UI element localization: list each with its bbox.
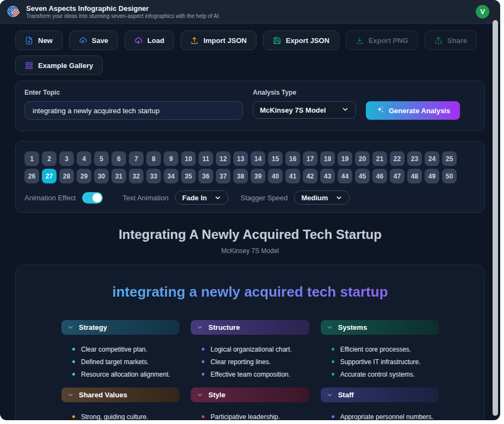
toolbar-button-label: New [38, 36, 53, 45]
slide-number-4[interactable]: 4 [77, 151, 91, 166]
slide-number-6[interactable]: 6 [111, 151, 126, 166]
generate-analysis-button[interactable]: Generate Analysis [366, 101, 460, 120]
toolbar-button-save[interactable]: Save [69, 30, 118, 50]
slide-number-35[interactable]: 35 [181, 169, 196, 183]
toolbar: NewSaveLoadImport JSONExport JSONExport … [0, 24, 500, 75]
section-bullet-item: Strong, guiding culture. [72, 410, 179, 420]
toolbar-button-new[interactable]: New [15, 30, 63, 50]
slide-number-26[interactable]: 26 [24, 169, 39, 183]
analysis-type-select[interactable]: McKinsey 7S Model [253, 101, 356, 119]
slide-number-25[interactable]: 25 [442, 151, 457, 166]
slide-number-1[interactable]: 1 [24, 151, 39, 166]
slide-number-49[interactable]: 49 [425, 169, 439, 183]
toolbar-button-share[interactable]: Share [425, 30, 477, 50]
chevron-down-icon [196, 391, 203, 398]
slide-number-31[interactable]: 31 [111, 169, 126, 183]
section-bullet-item: Efficient core processes. [332, 343, 439, 355]
slide-number-30[interactable]: 30 [94, 169, 109, 183]
slide-number-23[interactable]: 23 [407, 151, 422, 166]
section-bullet-item: Supportive IT infrastructure. [332, 355, 439, 368]
slide-number-15[interactable]: 15 [268, 151, 283, 166]
slide-number-5[interactable]: 5 [94, 151, 109, 166]
section-header-strategy[interactable]: Strategy [61, 320, 179, 335]
bullet-text: Logical organizational chart. [210, 346, 291, 353]
slide-number-18[interactable]: 18 [320, 151, 335, 166]
toolbar-button-label: Example Gallery [38, 62, 93, 70]
slide-number-20[interactable]: 20 [355, 151, 370, 166]
slide-number-46[interactable]: 46 [372, 169, 387, 183]
slide-number-43[interactable]: 43 [320, 169, 335, 183]
animation-controls: Animation Effect Text Animation Fade In … [24, 191, 476, 205]
section-header-staff[interactable]: Staff [321, 388, 439, 402]
slide-number-37[interactable]: 37 [216, 169, 231, 183]
section-title: Systems [338, 323, 367, 331]
slide-number-34[interactable]: 34 [164, 169, 178, 183]
slide-number-10[interactable]: 10 [181, 151, 196, 166]
animation-effect-toggle[interactable] [82, 192, 103, 204]
section-header-systems[interactable]: Systems [321, 320, 439, 335]
slide-number-21[interactable]: 21 [372, 151, 387, 166]
slide-number-28[interactable]: 28 [59, 169, 74, 183]
slide-number-19[interactable]: 19 [338, 151, 352, 166]
section-strategy: Strategy Clear competitive plan. Defined… [61, 320, 179, 380]
slide-number-9[interactable]: 9 [164, 151, 178, 166]
slide-number-8[interactable]: 8 [146, 151, 161, 166]
bullet-dot-icon [72, 373, 75, 376]
slide-number-38[interactable]: 38 [233, 169, 248, 183]
toolbar-button-export-json[interactable]: Export JSON [263, 30, 339, 50]
share-icon [434, 36, 443, 45]
toolbar-button-example-gallery[interactable]: Example Gallery [15, 56, 103, 75]
section-title: Structure [208, 323, 240, 331]
section-title: Strategy [79, 323, 107, 331]
slide-number-2[interactable]: 2 [42, 151, 57, 166]
slide-number-48[interactable]: 48 [407, 169, 422, 183]
slide-number-27[interactable]: 27 [42, 169, 57, 183]
toolbar-button-label: Save [92, 36, 108, 45]
text-animation-label: Text Animation [122, 194, 169, 202]
slide-number-40[interactable]: 40 [268, 169, 283, 183]
slide-number-11[interactable]: 11 [198, 151, 213, 166]
section-bullet-item: Accurate control systems. [332, 368, 439, 380]
toolbar-button-export-png[interactable]: Export PNG [346, 30, 418, 50]
slide-number-29[interactable]: 29 [77, 169, 91, 183]
toolbar-button-import-json[interactable]: Import JSON [181, 30, 256, 50]
slide-number-12[interactable]: 12 [216, 151, 231, 166]
bullet-dot-icon [202, 360, 204, 363]
slide-number-22[interactable]: 22 [390, 151, 405, 166]
section-bullet-item: Defined target markets. [72, 355, 179, 368]
grid-icon [25, 62, 33, 70]
slide-number-44[interactable]: 44 [338, 169, 352, 183]
section-header-shared-values[interactable]: Shared Values [61, 388, 179, 402]
slide-number-47[interactable]: 47 [390, 169, 405, 183]
slide-number-41[interactable]: 41 [285, 169, 300, 183]
user-avatar[interactable]: V [476, 5, 489, 19]
slide-number-39[interactable]: 39 [251, 169, 265, 183]
cloud-upload-icon [79, 36, 87, 45]
slide-number-32[interactable]: 32 [129, 169, 144, 183]
section-header-structure[interactable]: Structure [191, 320, 309, 335]
slide-number-42[interactable]: 42 [303, 169, 318, 183]
slide-number-13[interactable]: 13 [233, 151, 248, 166]
slide-number-33[interactable]: 33 [146, 169, 161, 183]
topic-form-panel: Enter Topic Analysis Type McKinsey 7S Mo… [15, 81, 485, 131]
slide-number-24[interactable]: 24 [425, 151, 439, 166]
text-animation-select[interactable]: Fade In [175, 191, 229, 205]
bullet-dot-icon [332, 373, 334, 376]
slide-number-36[interactable]: 36 [198, 169, 213, 183]
toolbar-button-load[interactable]: Load [125, 30, 174, 50]
slide-number-45[interactable]: 45 [355, 169, 370, 183]
slide-number-16[interactable]: 16 [285, 151, 300, 166]
slide-number-7[interactable]: 7 [129, 151, 144, 166]
slide-number-14[interactable]: 14 [251, 151, 265, 166]
topic-input[interactable] [24, 101, 243, 120]
stagger-speed-select[interactable]: Medium [294, 191, 350, 205]
section-systems: Systems Efficient core processes. Suppor… [321, 320, 439, 380]
scrollbar-thumb[interactable] [493, 20, 498, 416]
slide-number-50[interactable]: 50 [442, 169, 457, 183]
slide-number-17[interactable]: 17 [303, 151, 318, 166]
sections-grid: Strategy Clear competitive plan. Defined… [61, 320, 439, 420]
section-header-style[interactable]: Style [191, 388, 309, 402]
slide-number-3[interactable]: 3 [59, 151, 74, 166]
bullet-text: Accurate control systems. [340, 371, 415, 378]
bullet-dot-icon [202, 415, 204, 418]
